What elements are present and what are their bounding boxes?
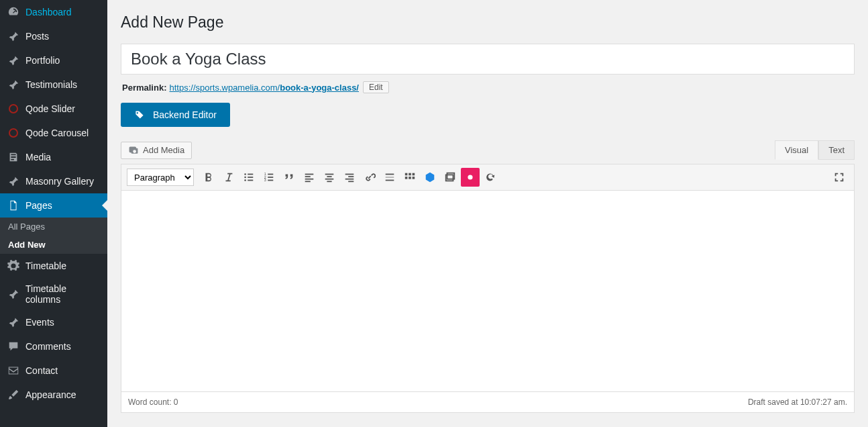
sidebar-item-qode-carousel[interactable]: Qode Carousel <box>0 121 107 145</box>
svg-rect-31 <box>409 177 411 179</box>
permalink-label: Permalink: <box>122 83 166 93</box>
bullet-list-button[interactable] <box>239 168 258 187</box>
plugin-icon-1[interactable] <box>421 168 439 187</box>
gallery-button[interactable] <box>441 168 459 187</box>
sidebar-item-appearance[interactable]: Appearance <box>0 383 107 407</box>
pin-icon <box>7 30 20 43</box>
sidebar-item-testimonials[interactable]: Testimonials <box>0 73 107 97</box>
admin-sidebar: Dashboard Posts Portfolio Testimonials Q… <box>0 0 107 427</box>
numbered-list-button[interactable]: 123 <box>260 168 278 187</box>
main-content: Add New Page Permalink: https://sports.w… <box>107 0 868 427</box>
svg-point-2 <box>244 177 246 179</box>
gauge-icon <box>7 5 20 19</box>
sidebar-item-posts[interactable]: Posts <box>0 24 107 48</box>
sidebar-submenu-pages: All Pages Add New <box>0 218 107 254</box>
svg-point-0 <box>244 173 246 175</box>
svg-rect-25 <box>386 177 394 178</box>
page-icon <box>7 199 20 212</box>
sidebar-item-label: Portfolio <box>25 55 60 66</box>
edit-slug-button[interactable]: Edit <box>363 81 389 93</box>
svg-rect-29 <box>413 173 415 176</box>
svg-rect-24 <box>386 174 394 175</box>
svg-rect-9 <box>268 177 273 178</box>
editor-status-bar: Word count: 0 Draft saved at 10:07:27 am… <box>121 392 855 413</box>
word-count: Word count: 0 <box>128 397 178 407</box>
sidebar-item-media[interactable]: Media <box>0 145 107 169</box>
qode-icon <box>7 126 20 140</box>
align-right-button[interactable] <box>340 168 359 187</box>
pin-icon <box>7 175 20 188</box>
brush-icon <box>7 388 20 401</box>
permalink-link[interactable]: https://sports.wpamelia.com/book-a-yoga-… <box>169 83 359 93</box>
fullscreen-button[interactable] <box>830 168 849 187</box>
align-center-button[interactable] <box>320 168 339 187</box>
italic-button[interactable] <box>219 168 238 187</box>
sidebar-item-label: Qode Carousel <box>25 128 89 138</box>
tag-icon <box>134 109 145 120</box>
autosave-status: Draft saved at 10:07:27 am. <box>748 397 847 407</box>
refresh-button[interactable] <box>481 168 500 187</box>
sidebar-item-label: Masonry Gallery <box>25 176 94 187</box>
plugin-icon-2[interactable] <box>461 168 480 187</box>
svg-rect-1 <box>248 174 253 175</box>
sidebar-item-label: Testimonials <box>25 79 77 90</box>
sidebar-item-portfolio[interactable]: Portfolio <box>0 48 107 73</box>
sidebar-item-masonry-gallery[interactable]: Masonry Gallery <box>0 169 107 193</box>
backend-editor-button[interactable]: Backend Editor <box>121 103 230 127</box>
sidebar-item-label: Pages <box>25 200 52 211</box>
svg-rect-3 <box>248 177 253 178</box>
post-title-input[interactable] <box>121 44 855 75</box>
svg-rect-7 <box>268 174 273 175</box>
svg-point-35 <box>468 175 472 179</box>
svg-rect-12 <box>305 174 314 175</box>
link-button[interactable] <box>360 168 379 187</box>
content-editor[interactable] <box>121 191 855 392</box>
editor-tabs: Visual Text <box>775 140 855 160</box>
submenu-all-pages[interactable]: All Pages <box>0 218 107 236</box>
blockquote-button[interactable] <box>280 168 299 187</box>
svg-rect-15 <box>305 181 311 182</box>
sidebar-item-qode-slider[interactable]: Qode Slider <box>0 97 107 121</box>
editor-toolbar: Paragraph 123 <box>121 164 855 191</box>
sidebar-item-events[interactable]: Events <box>0 310 107 334</box>
svg-rect-13 <box>305 176 311 177</box>
sidebar-item-label: Comments <box>25 341 71 352</box>
read-more-button[interactable] <box>380 168 399 187</box>
comment-icon <box>7 340 20 353</box>
svg-rect-32 <box>413 177 415 179</box>
sidebar-item-label: Timetable columns <box>25 283 102 305</box>
svg-rect-27 <box>405 173 408 176</box>
sidebar-item-label: Contact <box>25 365 58 376</box>
svg-rect-20 <box>345 174 354 175</box>
svg-rect-30 <box>405 177 408 179</box>
page-title: Add New Page <box>121 13 855 32</box>
sidebar-item-comments[interactable]: Comments <box>0 334 107 359</box>
sidebar-item-dashboard[interactable]: Dashboard <box>0 0 107 24</box>
svg-rect-23 <box>348 181 354 182</box>
sidebar-item-label: Events <box>25 317 54 328</box>
sidebar-item-label: Media <box>25 152 51 162</box>
svg-rect-14 <box>305 179 314 180</box>
svg-text:3: 3 <box>264 178 266 182</box>
envelope-icon <box>7 364 20 377</box>
sidebar-item-label: Qode Slider <box>25 103 75 114</box>
svg-rect-11 <box>268 180 273 181</box>
sidebar-item-pages[interactable]: Pages <box>0 193 107 218</box>
submenu-add-new[interactable]: Add New <box>0 236 107 254</box>
svg-rect-16 <box>325 174 334 175</box>
format-select[interactable]: Paragraph <box>127 169 194 186</box>
tab-visual[interactable]: Visual <box>775 140 818 160</box>
bold-button[interactable] <box>199 168 218 187</box>
align-left-button[interactable] <box>300 168 319 187</box>
add-media-button[interactable]: Add Media <box>121 142 192 159</box>
tab-text[interactable]: Text <box>818 140 855 160</box>
toolbar-toggle-button[interactable] <box>400 168 419 187</box>
sidebar-item-label: Timetable <box>25 260 66 271</box>
sidebar-item-timetable-columns[interactable]: Timetable columns <box>0 278 107 310</box>
media-icon <box>7 150 20 164</box>
svg-rect-22 <box>345 179 354 180</box>
pin-icon <box>7 316 20 329</box>
svg-rect-21 <box>348 176 354 177</box>
sidebar-item-timetable[interactable]: Timetable <box>0 254 107 278</box>
sidebar-item-contact[interactable]: Contact <box>0 359 107 383</box>
